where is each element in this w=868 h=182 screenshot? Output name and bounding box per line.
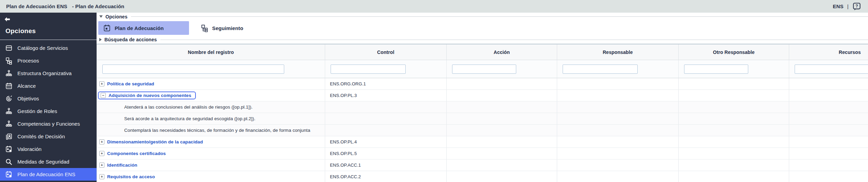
sidebar-item-label: Objetivos	[17, 96, 39, 101]
sidebar-item-estructura-organizativa[interactable]: Estructura Organizativa	[0, 67, 97, 80]
record-link[interactable]: Requisitos de acceso	[107, 174, 155, 179]
app-window: Plan de Adecuación ENS - Plan de Adecuac…	[0, 0, 868, 182]
record-link[interactable]: Componentes certificados	[107, 151, 166, 156]
empty-cell	[557, 159, 679, 171]
plus-box-icon[interactable]: +	[99, 139, 104, 144]
filter-input-acci-n[interactable]	[452, 65, 516, 74]
empty-cell	[447, 90, 557, 101]
grid-record-row: −Adquisición de nuevos componentesENS.OP…	[97, 90, 868, 101]
empty-cell	[557, 125, 679, 136]
plus-box-icon[interactable]: +	[99, 174, 104, 179]
empty-cell	[789, 125, 868, 136]
empty-cell	[557, 113, 679, 124]
calendar-cursor-icon	[5, 145, 13, 153]
empty-cell	[447, 78, 557, 89]
empty-cell	[789, 136, 868, 148]
sidebar-item-alcance[interactable]: Alcance	[0, 80, 97, 92]
back-arrow-icon[interactable]	[3, 16, 13, 24]
record-name-cell: Atenderá a las conclusiones del análisis…	[97, 101, 325, 113]
filter-cell	[97, 60, 325, 78]
record-link[interactable]: Adquisición de nuevos componentes	[108, 93, 191, 98]
plus-box-icon[interactable]: +	[99, 81, 104, 86]
control-code: ENS.OP.PL.3	[325, 93, 357, 98]
record-name-cell: −Adquisición de nuevos componentes	[97, 90, 325, 101]
empty-cell	[679, 148, 789, 159]
grid-record-row: +Componentes certificadosENS.OP.PL.5	[97, 148, 868, 159]
record-name-cell: Será acorde a la arquitectura de segurid…	[97, 113, 325, 124]
tab-label: Seguimiento	[212, 25, 243, 31]
filter-cell	[325, 60, 447, 78]
record-link[interactable]: Identificación	[107, 163, 137, 168]
sitemap-icon	[201, 24, 208, 32]
control-code: ENS.OP.ACC.2	[325, 174, 361, 179]
record-name-cell: +Identificación	[97, 159, 325, 171]
record-link[interactable]: Dimensionamiento/gestión de la capacidad	[107, 139, 203, 144]
empty-cell	[447, 148, 557, 159]
target-icon	[5, 95, 13, 102]
sidebar-item-gesti-n-de-roles[interactable]: Gestión de Roles	[0, 105, 97, 117]
sidebar-item-label: Alcance	[17, 83, 36, 89]
minus-box-icon[interactable]: −	[101, 93, 106, 98]
filter-cell	[789, 60, 868, 78]
sidebar-item-medidas-de-seguridad[interactable]: Medidas de Seguridad	[0, 155, 97, 168]
tab-seguimiento[interactable]: Seguimiento	[196, 21, 250, 35]
sidebar-nav: Catálogo de ServiciosProcesosEstructura …	[0, 42, 97, 181]
record-link[interactable]: Política de seguridad	[107, 81, 154, 86]
section-header-opciones[interactable]: Opciones	[97, 13, 868, 20]
calendar-grid-icon	[5, 82, 13, 90]
triangle-right-icon	[99, 38, 102, 41]
empty-cell	[557, 90, 679, 101]
filter-input-responsable[interactable]	[563, 65, 638, 74]
control-code-cell: ENS.OP.ACC.2	[325, 171, 447, 182]
grid-body: +Política de seguridadENS.ORG.ORG.1−Adqu…	[97, 78, 868, 182]
empty-cell	[557, 78, 679, 89]
plus-box-icon[interactable]: +	[99, 151, 104, 156]
sidebar-item-valoraci-n[interactable]: Valoración	[0, 143, 97, 155]
empty-cell	[447, 159, 557, 171]
filter-input-otro-responsable[interactable]	[684, 65, 748, 74]
grid-record-row: +IdentificaciónENS.OP.ACC.1	[97, 159, 868, 171]
grid-header-row: Nombre del registroControlAcciónResponsa…	[97, 44, 868, 60]
empty-cell	[679, 113, 789, 124]
sidebar-item-comit-s-de-decisi-n[interactable]: Comités de Decisión	[0, 130, 97, 143]
grid-record-row: +Requisitos de accesoENS.OP.ACC.2	[97, 171, 868, 182]
section-label: Opciones	[105, 14, 128, 19]
sidebar-item-procesos[interactable]: Procesos	[0, 54, 97, 67]
filter-input-control[interactable]	[331, 65, 406, 74]
selected-record-outline: −Adquisición de nuevos componentes	[98, 92, 196, 99]
empty-cell	[789, 113, 868, 124]
empty-cell	[557, 171, 679, 182]
divider: |	[847, 3, 849, 9]
column-header-acci-n: Acción	[447, 44, 557, 60]
top-bar: Plan de Adecuación ENS - Plan de Adecuac…	[0, 0, 868, 13]
section-header-busqueda[interactable]: Búsqueda de acciones	[97, 36, 868, 44]
empty-cell	[679, 159, 789, 171]
empty-cell	[325, 101, 447, 113]
sidebar-item-label: Procesos	[17, 58, 39, 64]
filter-input-nombre-del-registro[interactable]	[102, 65, 284, 74]
sidebar-item-cat-logo-de-servicios[interactable]: Catálogo de Servicios	[0, 42, 97, 54]
empty-cell	[679, 90, 789, 101]
empty-cell	[447, 136, 557, 148]
triangle-down-icon	[99, 15, 103, 18]
sidebar-item-objetivos[interactable]: Objetivos	[0, 92, 97, 105]
main-panel: Opciones Plan de AdecuaciónSeguimiento B…	[97, 13, 868, 182]
control-code: ENS.OP.PL.5	[325, 151, 357, 156]
empty-cell	[679, 125, 789, 136]
control-code-cell: ENS.ORG.ORG.1	[325, 78, 447, 89]
filter-cell	[679, 60, 789, 78]
grid-filter-row	[97, 60, 868, 78]
tab-plan-de-adecuaci-n[interactable]: Plan de Adecuación	[98, 21, 189, 35]
empty-cell	[325, 113, 447, 124]
empty-cell	[789, 148, 868, 159]
help-bubble-icon[interactable]: ?	[852, 2, 861, 11]
empty-cell	[679, 101, 789, 113]
column-header-recursos: Recursos	[789, 44, 868, 60]
grid-record-row: +Dimensionamiento/gestión de la capacida…	[97, 136, 868, 148]
record-name-cell: +Política de seguridad	[97, 78, 325, 89]
sidebar-item-competencias-y-funciones[interactable]: Competencias y Funciones	[0, 117, 97, 130]
filter-input-recursos[interactable]	[795, 65, 868, 74]
plus-box-icon[interactable]: +	[99, 163, 104, 168]
action-text: Atenderá a las conclusiones del análisis…	[97, 104, 252, 110]
sidebar-item-plan-de-adecuaci-n-ens[interactable]: Plan de Adecuación ENS	[0, 168, 97, 181]
